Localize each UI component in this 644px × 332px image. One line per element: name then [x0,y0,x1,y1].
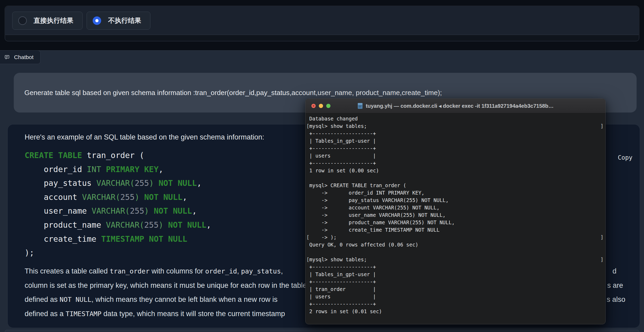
terminal-titlebar[interactable]: tuyang.yhj — com.docker.cli ◂ docker exe… [306,99,605,113]
terminal-line: mysql> show tables;[] [306,256,605,263]
copy-code-button[interactable]: Copy [618,154,632,161]
tab-chatbot[interactable]: Chatbot [0,50,41,64]
terminal-line: -> product_name VARCHAR(255) NOT NULL, [306,219,605,226]
tab-chatbot-label: Chatbot [14,54,34,60]
sql-code-line: pay_status VARCHAR(255) NOT NULL, [25,176,211,190]
terminal-title: tuyang.yhj — com.docker.cli ◂ docker exe… [366,103,553,109]
terminal-line: | users | [306,152,605,159]
terminal-line: -> account VARCHAR(255) NOT NULL, [306,204,605,211]
terminal-line: Database changed [306,115,605,122]
terminal-window[interactable]: tuyang.yhj — com.docker.cli ◂ docker exe… [305,98,606,324]
terminal-line: +--------------------+ [306,300,605,308]
traffic-lights [311,104,330,108]
terminal-line: -> );[] [306,234,605,241]
sql-code-line: account VARCHAR(255) NOT NULL, [25,190,211,204]
terminal-line: | Tables_in_gpt-user | [306,137,605,145]
sql-code-line: product_name VARCHAR(255) NOT NULL, [25,218,211,232]
sql-code-line: ); [25,246,211,260]
terminal-line: -> user_name VARCHAR(255) NOT NULL, [306,211,605,219]
radio-option-0[interactable]: 直接执行结果 [12,12,83,30]
zoom-window-icon[interactable] [326,104,330,108]
explanation-line-tail: d [612,264,616,279]
terminal-line: -> order_id INT PRIMARY KEY, [306,189,605,196]
explanation-line-tail: s also [607,293,625,307]
radio-option-1[interactable]: 不执行结果 [87,12,150,30]
radio-unselected-icon[interactable] [18,16,27,25]
terminal-line: mysql> CREATE TABLE tran_order ( [306,182,605,189]
terminal-line: Query OK, 0 rows affected (0.06 sec) [306,241,605,248]
sql-code-line: order_id INT PRIMARY KEY, [25,163,211,177]
close-window-icon[interactable] [311,104,316,108]
minimize-window-icon[interactable] [319,104,323,108]
assistant-intro-text: Here's an example of an SQL table based … [25,133,264,141]
terminal-line: 2 rows in set (0.01 sec) [306,308,605,315]
next-component-edge [5,330,639,332]
terminal-line: 1 row in set (0.00 sec) [306,167,605,174]
explanation-line-tail: s are [607,279,623,293]
terminal-line [306,248,605,256]
sql-code-line: user_name VARCHAR(255) NOT NULL, [25,204,211,218]
terminal-line: +--------------------+ [306,278,605,285]
radio-selected-icon[interactable] [93,16,101,25]
terminal-line: | tran_order | [306,285,605,293]
sql-code-line: CREATE TABLE tran_order ( [25,149,211,163]
terminal-line: | Tables_in_gpt-user | [306,271,605,278]
execution-radio-group: 直接执行结果不执行结果 [5,6,639,35]
terminal-line: mysql> show tables;[] [306,122,605,130]
terminal-line: +--------------------+ [306,159,605,167]
terminal-line: -> pay_status VARCHAR(255) NOT NULL, [306,196,605,204]
sql-code-block: CREATE TABLE tran_order ( order_id INT P… [25,149,211,260]
terminal-line: | users | [306,293,605,300]
terminal-document-icon [357,103,363,109]
execution-settings-container: 直接执行结果不执行结果 [5,6,639,41]
terminal-line [306,174,605,182]
terminal-line: +--------------------+ [306,130,605,137]
sql-code-line: create_time TIMESTAMP NOT NULL [25,232,211,246]
chat-bubble-icon [5,55,10,60]
terminal-line: +--------------------+ [306,145,605,152]
terminal-output[interactable]: Database changedmysql> show tables;[]+--… [306,113,605,315]
terminal-line: +--------------------+ [306,263,605,271]
user-message-text: Generate table sql based on given schema… [24,89,442,97]
terminal-line: -> create_time TIMESTAMP NOT NULL [306,226,605,234]
radio-option-label: 不执行结果 [108,16,141,25]
radio-option-label: 直接执行结果 [34,16,73,25]
